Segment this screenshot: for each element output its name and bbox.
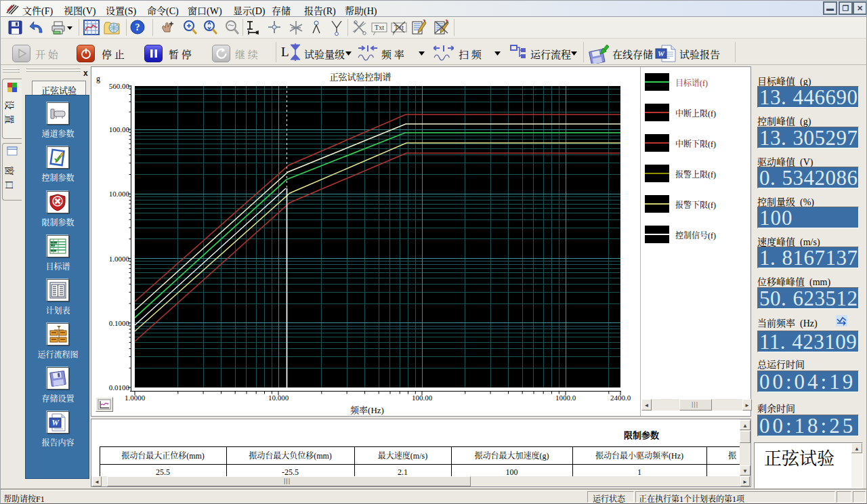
svg-text:2.1: 2.1 <box>398 467 408 477</box>
svg-text:1.0000: 1.0000 <box>109 255 130 263</box>
svg-text:1000.0: 1000.0 <box>555 394 576 402</box>
svg-text:2400.0: 2400.0 <box>610 394 631 402</box>
svg-text:W: W <box>51 418 60 427</box>
svg-text:-25.5: -25.5 <box>282 467 299 477</box>
svg-text:振动台最大加速度(g): 振动台最大加速度(g) <box>475 449 549 461</box>
svg-text:W: W <box>658 49 665 58</box>
svg-text:振动台最大正位移(mm): 振动台最大正位移(mm) <box>121 449 205 461</box>
svg-text:频率(Hz): 频率(Hz) <box>350 403 384 416</box>
svg-text:100.00: 100.00 <box>109 125 130 133</box>
svg-text:10.000: 10.000 <box>268 394 289 402</box>
svg-text:1: 1 <box>637 467 641 477</box>
svg-text:0.0100: 0.0100 <box>109 383 130 392</box>
svg-text:Txt: Txt <box>375 24 384 31</box>
svg-text:1.0000: 1.0000 <box>125 394 146 402</box>
svg-text:最大速度(m/s): 最大速度(m/s) <box>378 449 427 461</box>
svg-text:10.000: 10.000 <box>109 190 130 198</box>
svg-text:振动台最小驱动频率(Hz): 振动台最小驱动频率(Hz) <box>595 449 683 461</box>
svg-text:振: 振 <box>728 449 736 461</box>
svg-text:?: ? <box>135 22 140 33</box>
svg-text:振动台最大负位移(mm): 振动台最大负位移(mm) <box>249 449 332 461</box>
svg-text:100.00: 100.00 <box>412 394 433 402</box>
svg-text:正弦试验控制谱: 正弦试验控制谱 <box>329 70 391 83</box>
svg-text:100: 100 <box>506 467 518 477</box>
svg-text:0.1000: 0.1000 <box>109 319 130 327</box>
svg-text:25.5: 25.5 <box>156 467 170 477</box>
svg-text:560.00: 560.00 <box>109 82 130 90</box>
svg-text:g: g <box>96 74 100 83</box>
